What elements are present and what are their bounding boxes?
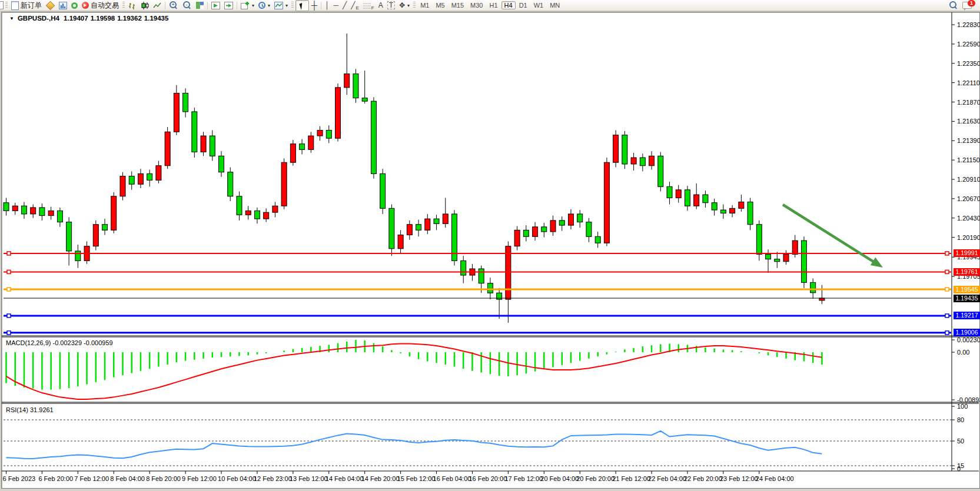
channel-icon: ╱ [351, 1, 355, 11]
cursor-tool-button[interactable] [295, 0, 309, 11]
market-depth-icon [46, 1, 55, 10]
toolbar-drag-handle[interactable] [122, 2, 125, 9]
tab-m30[interactable]: M30 [467, 1, 486, 9]
svg-text:24 Feb 04:00: 24 Feb 04:00 [756, 475, 794, 482]
svg-text:13 Feb 12:00: 13 Feb 12:00 [290, 475, 328, 482]
svg-text:16 Feb 04:00: 16 Feb 04:00 [433, 475, 471, 482]
zoom-out-button[interactable]: - [181, 1, 194, 11]
toolbar-drag-handle[interactable] [5, 2, 8, 9]
chart-canvas[interactable]: 1.228301.225901.223501.221101.218701.216… [0, 0, 980, 491]
trendline-tool-button[interactable]: ╱ [341, 1, 348, 11]
cursor-icon [300, 2, 307, 9]
svg-text:1.21870: 1.21870 [957, 99, 980, 106]
svg-text:15 Feb 12:00: 15 Feb 12:00 [397, 475, 436, 482]
tab-m5[interactable]: M5 [433, 1, 447, 9]
zoom-in-button[interactable]: + [167, 1, 180, 11]
horizontal-line-tool-button[interactable]: ─ [331, 1, 340, 11]
bar-chart-mode-button[interactable] [127, 1, 138, 11]
svg-text:1.20430: 1.20430 [957, 215, 980, 222]
main-toolbar: 新订单 自动交易 + - ▾ ▾ ▾ ┼ │ ─ ╱ [0, 0, 980, 11]
vertical-line-tool-button[interactable]: │ [323, 1, 331, 11]
line-chart-mode-button[interactable] [151, 1, 163, 11]
new-order-icon [11, 1, 19, 10]
toolbar-drag-handle[interactable] [291, 2, 294, 9]
svg-text:22 Feb 04:00: 22 Feb 04:00 [648, 475, 686, 482]
svg-text:22 Feb 20:00: 22 Feb 20:00 [684, 475, 722, 482]
auto-scroll-button[interactable] [210, 1, 222, 11]
tab-h1[interactable]: H1 [487, 1, 501, 9]
macd-name: MACD(12,26,9) [6, 339, 51, 346]
charts-button[interactable] [57, 1, 69, 11]
window-icon [0, 1, 4, 9]
channel-tool-button[interactable]: ╱ E [349, 1, 361, 11]
ohlc-open: 1.19407 [64, 15, 88, 22]
svg-text:20 Feb 20:00: 20 Feb 20:00 [576, 475, 614, 482]
toolbar-separator [207, 2, 208, 9]
signals-icon [71, 2, 78, 9]
svg-text:1.20190: 1.20190 [957, 234, 980, 241]
toolbar-separator [321, 2, 321, 9]
svg-text:23 Feb 12:00: 23 Feb 12:00 [720, 475, 758, 482]
tab-m1[interactable]: M1 [417, 1, 432, 9]
svg-text:80: 80 [957, 416, 964, 423]
chart-shift-button[interactable] [222, 1, 235, 11]
chart-shift-icon [224, 2, 233, 9]
fibonacci-tool-button[interactable]: F [361, 1, 376, 11]
svg-text:14 Feb 04:00: 14 Feb 04:00 [325, 475, 364, 482]
candlestick-mode-button[interactable] [139, 1, 151, 11]
indicators-button[interactable]: ▾ [239, 1, 256, 11]
chat-button[interactable]: 1 [961, 1, 974, 11]
tab-h4[interactable]: H4 [501, 1, 516, 9]
ohlc-close: 1.19435 [144, 15, 169, 22]
svg-text:1.21150: 1.21150 [957, 156, 980, 163]
toolbar-separator [165, 2, 165, 9]
tile-windows-button[interactable] [194, 1, 205, 11]
svg-text:1.22110: 1.22110 [957, 79, 980, 86]
arrows-tool-button[interactable]: ✥ ▾ [397, 1, 411, 11]
tile-windows-icon [196, 2, 204, 9]
new-order-label: 新订单 [21, 1, 42, 11]
new-order-button[interactable]: 新订单 [9, 1, 44, 11]
clock-icon [258, 2, 265, 9]
signals-button[interactable] [69, 1, 79, 11]
templates-button[interactable]: ▾ [273, 1, 290, 11]
chart-symbol: GBPUSD-,H4 [18, 15, 59, 22]
svg-text:8 Feb 04:00: 8 Feb 04:00 [110, 475, 145, 482]
svg-text:1.22590: 1.22590 [957, 41, 980, 48]
tab-mn[interactable]: MN [547, 1, 563, 9]
price-line-label: 1.19991 [954, 249, 980, 257]
periods-button[interactable]: ▾ [257, 1, 272, 11]
market-depth-button[interactable] [44, 1, 57, 11]
line-chart-icon [153, 2, 161, 9]
svg-text:16 Feb 20:00: 16 Feb 20:00 [469, 475, 507, 482]
price-line-label: 1.19761 [954, 268, 980, 276]
svg-text:1.22350: 1.22350 [957, 60, 980, 67]
horizontal-line-icon: ─ [333, 1, 338, 11]
trendline-icon: ╱ [343, 1, 347, 11]
svg-text:14 Feb 20:00: 14 Feb 20:00 [361, 475, 400, 482]
charts-icon [59, 2, 67, 9]
svg-text:17 Feb 12:00: 17 Feb 12:00 [504, 475, 543, 482]
svg-text:9 Feb 12:00: 9 Feb 12:00 [182, 475, 217, 482]
chevron-down-icon: ▾ [407, 3, 410, 8]
tab-d1[interactable]: D1 [516, 1, 530, 9]
crosshair-tool-button[interactable]: ┼ [310, 1, 319, 11]
ohlc-low: 1.19362 [117, 15, 142, 22]
tab-w1[interactable]: W1 [531, 1, 547, 9]
toolbar-drag-handle[interactable] [413, 2, 416, 9]
vertical-line-icon: │ [325, 1, 330, 11]
svg-text:10 Feb 04:00: 10 Feb 04:00 [218, 475, 256, 482]
macd-values: -0.002329 -0.000959 [52, 339, 112, 346]
text-tool-button[interactable]: A [377, 1, 385, 11]
zoom-out-icon: - [183, 1, 190, 8]
svg-text:1.21390: 1.21390 [957, 137, 980, 144]
ohlc-high: 1.19598 [91, 15, 115, 22]
svg-text:6 Feb 2023: 6 Feb 2023 [3, 475, 36, 482]
autotrade-button[interactable]: 自动交易 [80, 1, 121, 11]
chart-title: ▼GBPUSD-,H4 1.194071.195981.193621.19435 [9, 15, 171, 22]
tab-m15[interactable]: M15 [449, 1, 467, 9]
text-label-tool-button[interactable]: T [386, 1, 397, 11]
chevron-down-icon: ▾ [252, 3, 254, 8]
search-button[interactable] [947, 1, 960, 11]
svg-text:0: 0 [957, 465, 961, 472]
